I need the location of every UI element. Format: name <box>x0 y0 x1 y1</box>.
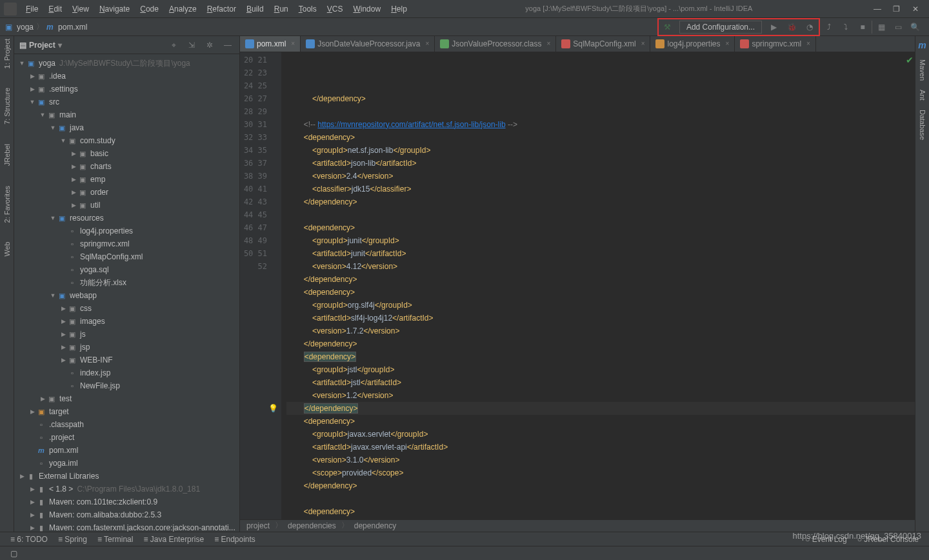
minimize-icon[interactable]: — <box>874 5 883 14</box>
editor-tab[interactable]: JsonValueProcessor.class× <box>435 36 556 52</box>
breadcrumb-file[interactable]: pom.xml <box>58 23 87 32</box>
tree-item[interactable]: ▶▣.settings <box>14 83 239 95</box>
breadcrumb-project[interactable]: yoga <box>17 23 34 32</box>
attach-icon[interactable]: ⤵ <box>839 21 852 34</box>
menu-code[interactable]: Code <box>135 5 164 14</box>
tree-item[interactable]: ▶▮Maven: com.alibaba:dubbo:2.5.3 <box>14 508 239 521</box>
tree-item[interactable]: ▶▣images <box>14 315 239 328</box>
tree-item[interactable]: ▼▣main <box>14 108 239 121</box>
dropdown-arrow-icon[interactable]: ▾ <box>58 41 62 50</box>
tree-item[interactable]: ▶▣jsp <box>14 341 239 354</box>
intention-bulb-icon[interactable]: 💡 <box>268 402 278 415</box>
tree-item[interactable]: ▶▣css <box>14 302 239 315</box>
search-everywhere-icon[interactable]: 🔍 <box>908 21 921 34</box>
editor[interactable]: 20 21 22 23 24 25 26 27 28 29 30 31 32 3… <box>240 52 915 519</box>
ide-settings-icon[interactable]: ▭ <box>892 21 904 34</box>
tree-item[interactable]: ▼▣java <box>14 121 239 134</box>
tree-item[interactable]: ▼▣yogaJ:\MySelf\BWFStudy\二阶段项目\yoga <box>14 57 239 70</box>
tool-window-structure[interactable]: 7: Structure <box>3 88 11 125</box>
tool-window-terminal[interactable]: ≡ Terminal <box>92 535 138 544</box>
tool-window-favorites[interactable]: 2: Favorites <box>3 186 11 223</box>
tab-close-icon[interactable]: × <box>726 40 730 47</box>
code-content[interactable]: ✔ </dependency> <!-- https://mvnreposito… <box>281 52 915 519</box>
add-configuration-button[interactable]: Add Configuration... <box>679 21 762 34</box>
close-icon[interactable]: ✕ <box>912 5 921 14</box>
tree-item[interactable]: ▫.project <box>14 431 239 444</box>
project-view-title[interactable]: Project <box>29 41 55 50</box>
tree-item[interactable]: ▶▣charts <box>14 160 239 173</box>
menu-vcs[interactable]: VCS <box>322 5 348 14</box>
tree-item[interactable]: ▼▣webapp <box>14 289 239 302</box>
hide-icon[interactable]: — <box>221 39 234 52</box>
tree-item[interactable]: ▼▣resources <box>14 212 239 225</box>
tool-window-quick-access-icon[interactable]: ▢ <box>5 549 23 558</box>
tree-item[interactable]: ▫.classpath <box>14 418 239 431</box>
tool-window-database[interactable]: Database <box>919 110 926 140</box>
maven-tool-icon[interactable]: m <box>918 40 926 50</box>
tool-window-javaenterprise[interactable]: ≡ Java Enterprise <box>138 535 209 544</box>
run-icon[interactable]: ▶ <box>767 21 780 34</box>
menu-navigate[interactable]: Navigate <box>94 5 135 14</box>
tree-item[interactable]: ▶▣js <box>14 328 239 341</box>
tree-item[interactable]: ▶▮External Libraries <box>14 470 239 483</box>
tree-item[interactable]: ▫yoga.sql <box>14 263 239 276</box>
tool-window-todo[interactable]: ≡ 6: TODO <box>5 535 53 544</box>
tab-close-icon[interactable]: × <box>425 40 429 47</box>
tab-close-icon[interactable]: × <box>806 40 810 47</box>
editor-tab[interactable]: SqlMapConfig.xml× <box>556 36 650 52</box>
project-structure-icon[interactable]: ▦ <box>875 21 888 34</box>
debug-icon[interactable]: 🐞 <box>785 21 798 34</box>
maximize-icon[interactable]: ❐ <box>893 5 902 14</box>
editor-tab[interactable]: springmvc.xml× <box>735 36 816 52</box>
tree-item[interactable]: ▫SqlMapConfig.xml <box>14 250 239 263</box>
tree-item[interactable]: ▶▣basic <box>14 147 239 160</box>
tool-window-endpoints[interactable]: ≡ Endpoints <box>209 535 261 544</box>
tree-item[interactable]: ▫springmvc.xml <box>14 237 239 250</box>
build-icon[interactable]: ⚒ <box>661 21 674 34</box>
menu-build[interactable]: Build <box>241 5 269 14</box>
settings-gear-icon[interactable]: ✲ <box>203 39 216 52</box>
editor-tab[interactable]: JsonDateValueProcessor.java× <box>301 36 435 52</box>
tree-item[interactable]: ▶▣.idea <box>14 70 239 83</box>
tree-item[interactable]: ▼▣src <box>14 95 239 108</box>
menu-help[interactable]: Help <box>386 5 412 14</box>
project-tree[interactable]: ▼▣yogaJ:\MySelf\BWFStudy\二阶段项目\yoga▶▣.id… <box>14 54 239 532</box>
coverage-icon[interactable]: ◔ <box>803 21 816 34</box>
tool-window-spring[interactable]: ≡ Spring <box>53 535 92 544</box>
tool-window-project[interactable]: 1: Project <box>3 39 11 68</box>
tree-item[interactable]: ▶▮Maven: com.fasterxml.jackson.core:jack… <box>14 521 239 532</box>
menu-run[interactable]: Run <box>269 5 294 14</box>
tool-window-jrebel[interactable]: JRebel <box>3 144 11 166</box>
tree-item[interactable]: ▶▮Maven: com.101tec:zkclient:0.9 <box>14 495 239 508</box>
tool-window-ant[interactable]: Ant <box>919 90 926 101</box>
editor-breadcrumbs[interactable]: project〉dependencies〉dependency <box>240 519 915 532</box>
tool-window-web[interactable]: Web <box>3 242 11 256</box>
editor-tab[interactable]: log4j.properties× <box>650 36 735 52</box>
tree-item[interactable]: ▶▣emp <box>14 173 239 186</box>
editor-crumb[interactable]: dependencies <box>288 521 336 530</box>
tree-item[interactable]: ▶▮< 1.8 >C:\Program Files\Java\jdk1.8.0_… <box>14 483 239 495</box>
menu-file[interactable]: File <box>21 5 43 14</box>
editor-tab[interactable]: pom.xml× <box>240 36 301 52</box>
stop-icon[interactable]: ■ <box>856 21 869 34</box>
tab-close-icon[interactable]: × <box>641 40 645 47</box>
menu-tools[interactable]: Tools <box>294 5 322 14</box>
tree-item[interactable]: ▶▣WEB-INF <box>14 354 239 366</box>
tool-window-maven[interactable]: Maven <box>919 59 926 81</box>
menu-view[interactable]: View <box>67 5 94 14</box>
tree-item[interactable]: ▶▣order <box>14 186 239 199</box>
tab-close-icon[interactable]: × <box>291 40 295 47</box>
tree-item[interactable]: ▫功能分析.xlsx <box>14 276 239 289</box>
profiler-icon[interactable]: ⤴ <box>823 21 835 34</box>
tree-item[interactable]: ▶▣test <box>14 392 239 405</box>
tree-item[interactable]: ▫NewFile.jsp <box>14 379 239 392</box>
tree-item[interactable]: ▶▣target <box>14 405 239 418</box>
tab-close-icon[interactable]: × <box>546 40 550 47</box>
tree-item[interactable]: ▫index.jsp <box>14 366 239 379</box>
editor-crumb[interactable]: project <box>246 521 270 530</box>
editor-crumb[interactable]: dependency <box>354 521 396 530</box>
tree-item[interactable]: ▫log4j.properties <box>14 225 239 237</box>
expand-icon[interactable]: ⇲ <box>185 39 198 52</box>
tree-item[interactable]: ▫yoga.iml <box>14 457 239 470</box>
tree-item[interactable]: ▶▣util <box>14 199 239 212</box>
